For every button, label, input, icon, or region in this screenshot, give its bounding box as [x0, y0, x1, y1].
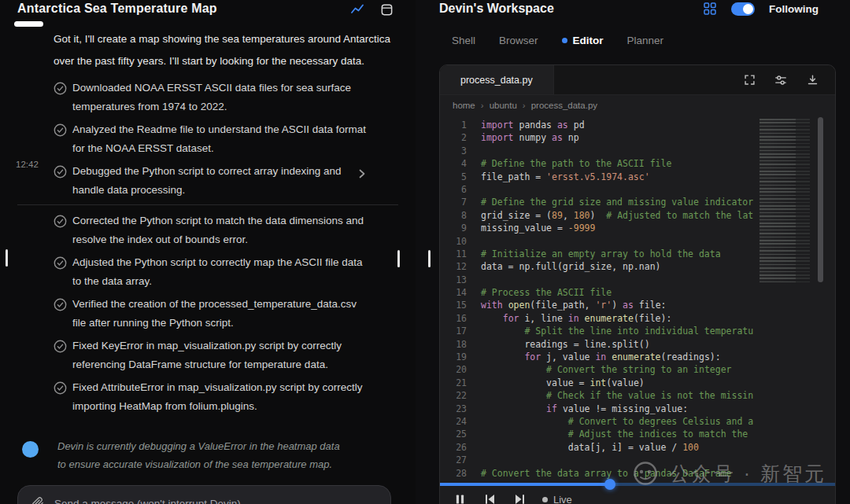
task-text: Downloaded NOAA ERSST ASCII data files f… — [72, 79, 370, 116]
check-circle-icon — [54, 165, 67, 200]
code-line: 3 — [440, 145, 753, 157]
code-line: 4# Define the path to the ASCII file — [440, 157, 753, 170]
scroll-handle[interactable] — [14, 21, 43, 27]
code-line: 19 for j, value in enumerate(readings): — [440, 351, 753, 363]
breadcrumb-separator: › — [523, 101, 526, 110]
message-composer: → — [17, 485, 391, 504]
code-line: 23 if value != missing_value: — [440, 403, 753, 415]
task-text: Fixed AttributeError in map_visualizatio… — [72, 378, 370, 416]
fullscreen-icon[interactable] — [742, 73, 756, 87]
code-line: 5file_path = 'ersst.v5.1974.asc' — [440, 171, 753, 183]
breadcrumb-item[interactable]: ubuntu — [490, 101, 517, 110]
timeline-thumb[interactable] — [604, 479, 615, 490]
code-line: 20 # Convert the string to an integer — [440, 363, 753, 376]
panel-divider-handle-right[interactable] — [428, 250, 431, 267]
code-editor: 1import pandas as pd2import numpy as np3… — [440, 116, 835, 504]
download-icon[interactable] — [805, 73, 819, 87]
active-tab-dot — [562, 38, 567, 43]
code-line: 2import numpy as np — [440, 131, 753, 144]
apps-grid-icon[interactable] — [703, 2, 717, 16]
playback-timeline[interactable] — [440, 483, 835, 486]
left-edge-handle[interactable] — [6, 249, 8, 267]
editor-card: process_data.py home›ubuntu›process_data… — [439, 64, 836, 504]
task-item[interactable]: Corrected the Python script to match the… — [0, 212, 416, 249]
skip-forward-icon[interactable] — [512, 492, 527, 504]
code-line: 17 # Split the line into individual temp… — [440, 325, 753, 337]
task-item[interactable]: Analyzed the Readme file to understand t… — [0, 120, 416, 158]
task-item[interactable]: Debugged the Python script to correct ar… — [0, 162, 416, 200]
check-circle-icon — [54, 340, 67, 374]
timeline-progress — [440, 483, 610, 486]
tab-browser[interactable]: Browser — [499, 35, 538, 46]
code-line: 7# Define the grid size and missing valu… — [440, 196, 753, 208]
live-dot-icon — [542, 497, 548, 502]
tab-planner[interactable]: Planner — [627, 35, 664, 46]
editor-toolbar — [742, 65, 835, 94]
live-label: Live — [553, 494, 572, 504]
session-chart-icon[interactable] — [350, 2, 364, 17]
vertical-scrollbar[interactable] — [818, 117, 823, 282]
code-line: 24 # Convert to degrees Celsius and assi… — [440, 415, 753, 428]
format-icon[interactable] — [774, 73, 788, 87]
breadcrumb-item[interactable]: home — [453, 101, 475, 110]
skip-back-icon[interactable] — [482, 492, 497, 504]
code-line: 10 — [440, 235, 753, 248]
open-window-icon[interactable] — [379, 2, 394, 17]
task-item[interactable]: Adjusted the Python script to correctly … — [0, 253, 416, 291]
task-text: Adjusted the Python script to correctly … — [72, 253, 370, 291]
attach-paperclip-icon[interactable] — [31, 496, 45, 504]
task-item[interactable]: Verified the creation of the processed_t… — [0, 295, 416, 333]
panel-divider-handle-left[interactable] — [397, 250, 400, 267]
task-text: Analyzed the Readme file to understand t… — [72, 120, 370, 158]
code-line: 1import pandas as pd — [440, 119, 753, 131]
code-line: 27 — [440, 454, 753, 466]
toggle-knob — [743, 4, 753, 14]
check-circle-icon — [54, 256, 67, 291]
task-text: Fixed KeyError in map_visualization.py s… — [72, 337, 370, 374]
workspace-tabs: ShellBrowserEditorPlanner — [452, 35, 663, 46]
code-lines: 1import pandas as pd2import numpy as np3… — [440, 119, 753, 504]
task-item[interactable]: Fixed KeyError in map_visualization.py s… — [0, 337, 416, 374]
message-input[interactable] — [53, 497, 357, 504]
following-label: Following — [769, 3, 819, 15]
check-circle-icon — [54, 82, 67, 116]
following-toggle[interactable] — [731, 2, 755, 16]
file-tabbar: process_data.py — [440, 65, 835, 95]
chevron-right-icon[interactable] — [357, 168, 367, 182]
check-circle-icon — [54, 123, 67, 158]
chat-header: Antarctica Sea Temperature Map — [0, 0, 416, 17]
send-arrow-icon[interactable]: → — [364, 497, 378, 504]
task-item[interactable]: Downloaded NOAA ERSST ASCII data files f… — [0, 79, 416, 116]
code-line: 12data = np.full(grid_size, np.nan) — [440, 260, 753, 273]
workspace-header: Devin's Workspace Following — [416, 0, 850, 16]
breadcrumb-separator: › — [481, 101, 484, 110]
breadcrumb: home›ubuntu›process_data.py — [440, 95, 835, 116]
code-line: 21 value = int(value) — [440, 377, 753, 389]
code-line: 26 data[j, i] = value / 100 — [440, 441, 753, 454]
code-line: 18 readings = line.split() — [440, 338, 753, 351]
breadcrumb-item[interactable]: process_data.py — [531, 101, 597, 110]
task-item[interactable]: Fixed AttributeError in map_visualizatio… — [0, 378, 416, 416]
file-tab-process-data[interactable]: process_data.py — [440, 65, 554, 94]
code-line: 13 — [440, 274, 753, 286]
code-line: 11# Initialize an empty array to hold th… — [440, 248, 753, 260]
assistant-message: Got it, I'll create a map showing the se… — [54, 28, 392, 72]
chat-body: Got it, I'll create a map showing the se… — [0, 28, 416, 420]
pause-icon[interactable] — [453, 492, 467, 504]
tab-shell[interactable]: Shell — [452, 35, 475, 46]
code-line: 16 for i, line in enumerate(file): — [440, 312, 753, 325]
code-line: 28# Convert the data array to a pandas D… — [440, 467, 753, 480]
session-title: Antarctica Sea Temperature Map — [17, 2, 217, 16]
task-list: Downloaded NOAA ERSST ASCII data files f… — [0, 79, 416, 416]
task-text: Verified the creation of the processed_t… — [72, 295, 370, 333]
current-status-text: Devin is currently debugging a ValueErro… — [57, 437, 350, 473]
code-line: 6 — [440, 183, 753, 196]
live-indicator[interactable]: Live — [542, 494, 572, 504]
minimap[interactable] — [759, 119, 810, 282]
status-row: Devin is currently debugging a ValueErro… — [22, 437, 368, 473]
code-line: 15with open(file_path, 'r') as file: — [440, 299, 753, 311]
devin-app: Antarctica Sea Temperature Map 12:42 Got… — [0, 0, 850, 504]
workspace-header-actions: Following — [703, 2, 819, 16]
playback-controls: Live — [453, 492, 572, 504]
tab-editor[interactable]: Editor — [562, 35, 604, 46]
